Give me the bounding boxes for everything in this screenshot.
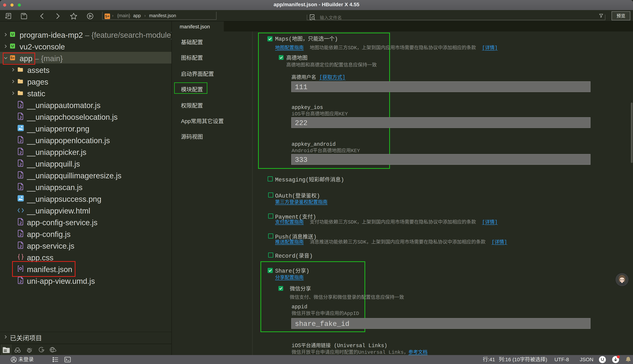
svg-text:J: J [20,115,22,120]
svg-text:J: J [20,186,22,190]
svg-text:J: J [20,150,22,154]
svg-text:J: J [20,244,22,248]
svg-text:J: J [20,221,22,225]
svg-text:J: J [20,279,22,284]
svg-text:J: J [20,162,22,166]
svg-text:J: J [20,174,22,178]
svg-text:J: J [20,138,22,143]
svg-text:J: J [20,232,22,236]
svg-text:J: J [20,104,22,108]
